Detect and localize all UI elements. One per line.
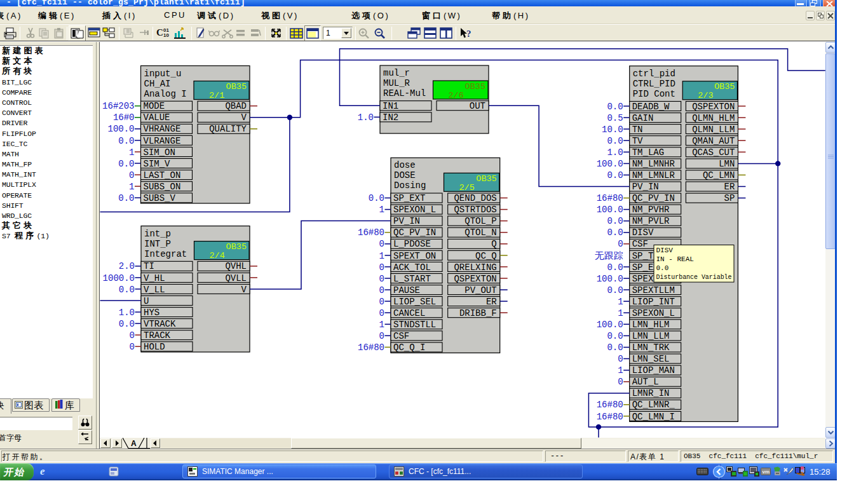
svg-text:1.0: 1.0 [358, 112, 374, 123]
svg-text:OB35: OB35 [226, 242, 247, 252]
svg-text:1: 1 [618, 365, 623, 376]
svg-text:16#0: 16#0 [113, 112, 135, 123]
svg-text:QC_PV_IN: QC_PV_IN [393, 227, 436, 238]
svg-text:QVHL: QVHL [225, 261, 247, 271]
svg-text:QTOL_P: QTOL_P [465, 216, 496, 226]
svg-text:0: 0 [379, 297, 384, 307]
svg-text:HYS: HYS [144, 308, 159, 318]
svg-text:0.5: 0.5 [607, 113, 623, 123]
svg-text:CSF: CSF [393, 331, 409, 341]
svg-text:1: 1 [379, 205, 384, 215]
svg-text:16#203: 16#203 [102, 101, 134, 111]
svg-text:DOSE: DOSE [394, 170, 416, 180]
svg-text:CH_AI: CH_AI [144, 79, 171, 89]
svg-text:LMN_TRK: LMN_TRK [632, 342, 670, 353]
svg-text:Q: Q [491, 239, 496, 249]
svg-text:100.0: 100.0 [107, 124, 134, 134]
svg-text:SIM_V: SIM_V [144, 159, 171, 169]
svg-text:V_LL: V_LL [144, 285, 165, 295]
svg-text:PID Cont: PID Cont [633, 89, 675, 99]
svg-text:SPEXON_L: SPEXON_L [632, 308, 675, 318]
svg-text:QVLL: QVLL [225, 273, 247, 283]
svg-text:0: 0 [379, 262, 384, 273]
svg-text:1: 1 [379, 320, 384, 330]
svg-text:QSPEXTON: QSPEXTON [692, 102, 735, 112]
svg-text:HOLD: HOLD [144, 342, 165, 352]
svg-text:TV: TV [632, 136, 643, 146]
svg-text:2/6: 2/6 [449, 91, 464, 100]
svg-text:0.0: 0.0 [656, 264, 669, 272]
svg-text:0: 0 [379, 308, 384, 318]
svg-text:Analog I: Analog I [144, 89, 187, 99]
svg-text:0.0: 0.0 [119, 319, 135, 329]
svg-text:V: V [241, 112, 247, 123]
svg-text:PV_IN: PV_IN [632, 182, 659, 192]
svg-text:NM_PVLR: NM_PVLR [632, 216, 670, 226]
svg-text:0: 0 [618, 239, 623, 249]
svg-text:0: 0 [129, 170, 134, 180]
svg-text:mul_r: mul_r [383, 68, 410, 78]
svg-text:0: 0 [130, 342, 135, 352]
svg-text:LAST_ON: LAST_ON [144, 170, 181, 180]
svg-text:VLRANGE: VLRANGE [144, 136, 181, 146]
svg-text:10.0: 10.0 [602, 125, 623, 135]
svg-text:OB35: OB35 [476, 174, 496, 184]
svg-text:DEADB_W: DEADB_W [632, 102, 670, 112]
svg-text:L_START: L_START [393, 274, 431, 284]
svg-text:vm: vm [763, 469, 770, 475]
svg-text:dose: dose [394, 160, 416, 170]
svg-text:SP: SP [724, 193, 735, 203]
svg-text:0.0: 0.0 [607, 331, 623, 341]
svg-text:TN: TN [632, 125, 643, 135]
svg-text:0: 0 [130, 330, 135, 341]
svg-text:LIOP_MAN: LIOP_MAN [632, 365, 675, 376]
svg-text:QRELXING: QRELXING [454, 262, 496, 273]
svg-text:TM_LAG: TM_LAG [632, 147, 664, 158]
svg-text:2.0: 2.0 [119, 261, 135, 271]
svg-text:A: A [131, 439, 137, 448]
svg-text:2/5: 2/5 [459, 183, 475, 193]
svg-text:LMN_LLM: LMN_LLM [632, 331, 670, 341]
svg-text:TI: TI [144, 261, 154, 271]
svg-text:OB35: OB35 [714, 82, 735, 92]
svg-text:2/4: 2/4 [210, 251, 225, 261]
svg-text:1: 1 [618, 297, 623, 307]
svg-text:IN2: IN2 [383, 112, 398, 123]
svg-text:QLMN_HLM: QLMN_HLM [692, 113, 735, 123]
svg-text:VTRACK: VTRACK [144, 319, 176, 329]
svg-text:LIOP_SEL: LIOP_SEL [393, 297, 436, 307]
svg-text:VALUE: VALUE [144, 112, 170, 123]
svg-text:GAIN: GAIN [632, 113, 654, 123]
svg-text:CANCEL: CANCEL [393, 308, 425, 318]
svg-text:0.0: 0.0 [118, 159, 134, 169]
svg-text:0: 0 [379, 239, 384, 249]
svg-text:LMN: LMN [719, 159, 735, 169]
svg-text:16#80: 16#80 [597, 400, 623, 410]
svg-text:0.0: 0.0 [118, 193, 134, 203]
svg-text:PAUSE: PAUSE [393, 285, 420, 295]
svg-text:2/3: 2/3 [698, 91, 713, 100]
svg-text:1: 1 [379, 251, 384, 261]
svg-text:16#80: 16#80 [597, 193, 623, 203]
svg-text:QSPEXTON: QSPEXTON [454, 274, 496, 284]
svg-text:1.0: 1.0 [607, 147, 623, 158]
svg-text:V: V [241, 285, 247, 295]
svg-text:Disturbance Variable: Disturbance Variable [656, 273, 732, 281]
svg-text:100.0: 100.0 [597, 205, 623, 215]
svg-text:IN1: IN1 [383, 101, 398, 111]
svg-text:无跟踪: 无跟踪 [595, 250, 623, 261]
svg-text:CSF: CSF [632, 239, 648, 249]
svg-text:ER: ER [486, 297, 497, 307]
svg-text:DISV: DISV [656, 247, 674, 254]
svg-text:1: 1 [129, 182, 134, 192]
svg-text:DISV: DISV [632, 227, 654, 238]
svg-text:QMAN_AUT: QMAN_AUT [692, 136, 735, 146]
svg-text:PV_IN: PV_IN [393, 216, 420, 226]
svg-text:REAL-Mul: REAL-Mul [383, 88, 426, 98]
svg-text:IN - REAL: IN - REAL [656, 255, 694, 263]
svg-text:0.0: 0.0 [607, 262, 623, 273]
svg-text:100.0: 100.0 [597, 274, 623, 284]
svg-text:16#80: 16#80 [358, 227, 384, 238]
svg-text:Dosing: Dosing [394, 180, 426, 191]
svg-text:16#80: 16#80 [597, 412, 623, 422]
